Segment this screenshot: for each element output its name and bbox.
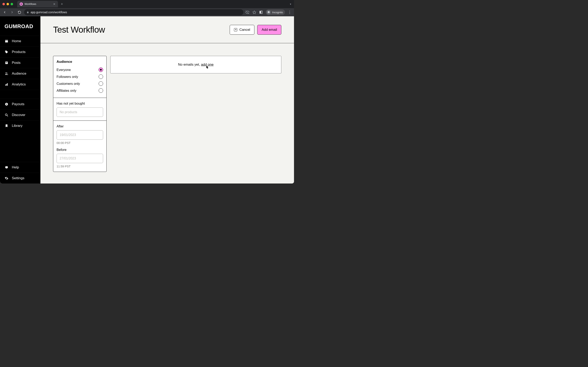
audience-option-customers[interactable]: Customers only — [57, 80, 103, 87]
not-bought-input[interactable] — [57, 108, 103, 117]
before-date-input[interactable] — [57, 154, 103, 163]
add-one-link[interactable]: add one — [201, 63, 213, 67]
audience-option-label: Followers only — [57, 75, 78, 79]
before-hint: 11:59 PST — [57, 165, 103, 168]
new-tab-button[interactable]: + — [60, 2, 64, 6]
svg-rect-10 — [6, 62, 7, 63]
audience-option-label: Affiliates only — [57, 89, 76, 92]
empty-prefix: No emails yet, — [178, 63, 201, 67]
window-controls[interactable] — [2, 3, 13, 5]
reload-button[interactable] — [17, 9, 22, 15]
after-date-input[interactable] — [57, 130, 103, 140]
incognito-badge[interactable]: Incognito — [266, 9, 285, 15]
svg-rect-21 — [5, 166, 8, 168]
svg-point-19 — [5, 114, 7, 116]
home-icon — [4, 39, 9, 43]
svg-point-5 — [269, 12, 270, 13]
page-header: Test Workflow ✕ Cancel Add email — [40, 16, 294, 43]
svg-rect-3 — [261, 11, 262, 14]
date-range-section: After 00:00 PST Before 11:59 PST — [53, 120, 106, 172]
bookmark-icon — [4, 124, 9, 128]
svg-rect-22 — [6, 168, 7, 169]
sidebar-item-posts[interactable]: Posts — [0, 57, 40, 68]
sidebar-item-discover[interactable]: Discover — [0, 109, 40, 120]
sidebar-item-audience[interactable]: Audience — [0, 68, 40, 79]
tabs-overflow-icon[interactable]: ▾ — [289, 3, 292, 6]
extensions-icon[interactable] — [259, 10, 263, 14]
sidebar-item-analytics[interactable]: Analytics — [0, 79, 40, 90]
eye-off-icon[interactable] — [245, 10, 250, 14]
sidebar-item-help[interactable]: Help — [0, 162, 40, 173]
svg-marker-1 — [253, 11, 256, 14]
svg-rect-2 — [259, 11, 261, 14]
incognito-icon — [267, 10, 271, 15]
main-content: Audience Everyone Followers only Custome… — [40, 43, 294, 184]
brand-logo[interactable]: GUMROAD — [0, 16, 40, 36]
search-icon — [4, 113, 9, 117]
svg-point-8 — [6, 51, 6, 52]
add-email-label: Add email — [261, 28, 277, 32]
sidebar-item-label: Settings — [12, 176, 24, 180]
cancel-label: Cancel — [239, 28, 250, 32]
sidebar-item-label: Audience — [12, 72, 26, 76]
svg-point-13 — [7, 73, 8, 74]
browser-tab[interactable]: G Workflows ✕ — [17, 1, 58, 7]
sidebar-item-label: Posts — [12, 61, 21, 65]
minimize-window-icon[interactable] — [7, 3, 9, 5]
maximize-window-icon[interactable] — [11, 3, 13, 5]
emails-empty-state: No emails yet, add one — [110, 56, 281, 73]
address-bar: app.gumroad.com/workflows Incognito ⋮ — [0, 8, 294, 16]
audience-option-affiliates[interactable]: Affiliates only — [57, 87, 103, 94]
close-tab-icon[interactable]: ✕ — [53, 2, 56, 6]
audience-option-label: Customers only — [57, 82, 80, 86]
svg-rect-16 — [7, 83, 8, 86]
svg-rect-7 — [5, 41, 8, 43]
audience-option-label: Everyone — [57, 68, 71, 72]
incognito-label: Incognito — [272, 11, 283, 14]
sidebar-item-products[interactable]: Products — [0, 47, 40, 57]
url-field[interactable]: app.gumroad.com/workflows — [24, 9, 243, 15]
sidebar-item-settings[interactable]: Settings — [0, 173, 40, 184]
svg-line-20 — [7, 115, 8, 117]
audience-section: Audience Everyone Followers only Custome… — [53, 56, 106, 98]
tab-title: Workflows — [25, 3, 36, 6]
not-bought-label: Has not yet bought — [57, 101, 103, 105]
add-email-button[interactable]: Add email — [257, 25, 281, 35]
page-title: Test Workflow — [53, 25, 105, 35]
audience-heading: Audience — [57, 60, 103, 64]
sidebar-item-home[interactable]: Home — [0, 36, 40, 47]
svg-text:$: $ — [6, 103, 7, 105]
svg-point-4 — [268, 12, 269, 13]
payouts-icon: $ — [4, 102, 9, 106]
svg-rect-14 — [5, 84, 6, 86]
audience-option-everyone[interactable]: Everyone — [57, 66, 103, 73]
sidebar-item-library[interactable]: Library — [0, 120, 40, 131]
lock-icon — [26, 11, 29, 13]
sidebar-item-label: Products — [12, 50, 26, 54]
tag-icon — [4, 50, 9, 54]
forward-button[interactable] — [9, 9, 15, 15]
sidebar: GUMROAD Home Products Posts Audience Ana… — [0, 16, 40, 184]
favicon-icon: G — [20, 2, 23, 6]
audience-option-followers[interactable]: Followers only — [57, 73, 103, 80]
after-label: After — [57, 124, 103, 128]
gear-icon — [4, 176, 9, 180]
svg-rect-11 — [6, 63, 7, 63]
radio-icon — [99, 67, 103, 72]
back-button[interactable] — [2, 9, 7, 15]
tab-bar: G Workflows ✕ + ▾ — [0, 0, 294, 8]
svg-rect-15 — [6, 84, 7, 86]
before-label: Before — [57, 148, 103, 152]
brand-name: GUMROAD — [4, 23, 33, 29]
browser-chrome: G Workflows ✕ + ▾ app.gumroad.com/workfl… — [0, 0, 294, 16]
star-icon[interactable] — [252, 10, 256, 14]
browser-menu-icon[interactable]: ⋮ — [288, 10, 292, 15]
app-viewport: GUMROAD Home Products Posts Audience Ana… — [0, 16, 294, 184]
close-window-icon[interactable] — [2, 3, 5, 5]
help-icon — [4, 166, 9, 169]
analytics-icon — [4, 83, 9, 86]
sidebar-item-payouts[interactable]: $ Payouts — [0, 99, 40, 109]
cancel-button[interactable]: ✕ Cancel — [230, 25, 254, 35]
url-text: app.gumroad.com/workflows — [31, 11, 67, 14]
svg-point-12 — [6, 73, 7, 74]
